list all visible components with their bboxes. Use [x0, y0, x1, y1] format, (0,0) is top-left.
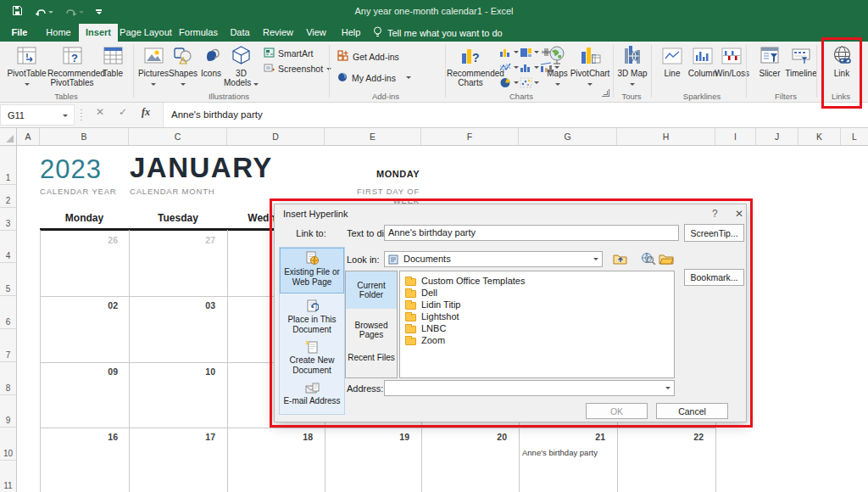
redo-icon[interactable]	[65, 8, 84, 17]
date-cell[interactable]: 09	[40, 366, 118, 377]
date-cell[interactable]: 18	[227, 432, 313, 442]
recommended-charts-button[interactable]: ? Recommended Charts	[447, 44, 494, 87]
histogram-chart-button[interactable]	[520, 62, 539, 73]
redo-dropdown-caret[interactable]	[79, 11, 84, 14]
row-header-1[interactable]: 1	[0, 146, 16, 185]
sparklines-group-label: Sparklines	[659, 92, 744, 101]
annotation-box-link-button	[821, 37, 862, 109]
column-header-j[interactable]: J	[756, 128, 798, 145]
tab-formulas[interactable]: Formulas	[175, 24, 221, 42]
tab-view[interactable]: View	[301, 24, 331, 42]
sparkline-winloss-icon	[715, 44, 748, 67]
ribbon-tab-bar: File Home Insert Page Layout Formulas Da…	[0, 24, 868, 42]
tab-review[interactable]: Review	[259, 24, 297, 42]
row-header-3[interactable]: 3	[0, 208, 16, 231]
column-header-d[interactable]: D	[227, 128, 325, 145]
row-header-5[interactable]: 5	[0, 263, 16, 296]
line-chart-button[interactable]	[499, 62, 519, 73]
save-icon[interactable]	[12, 4, 23, 20]
insert-function-icon[interactable]: fx	[137, 106, 154, 119]
undo-icon[interactable]	[35, 8, 53, 17]
row-header-2[interactable]: 2	[0, 185, 16, 208]
treemap-chart-icon	[520, 47, 532, 58]
date-cell[interactable]: 17	[129, 432, 215, 442]
my-addins-button[interactable]: My Add-ins	[337, 71, 411, 84]
undo-dropdown-caret[interactable]	[48, 11, 53, 14]
get-addins-button[interactable]: Get Add-ins	[337, 50, 399, 63]
pictures-label: Pictures	[138, 69, 169, 78]
treemap-chart-button[interactable]	[520, 47, 539, 58]
pie-chart-button[interactable]	[499, 77, 519, 88]
smartart-button[interactable]: SmartArt	[264, 48, 313, 59]
table-button[interactable]: Table	[95, 44, 131, 78]
row-header-4[interactable]: 4	[0, 231, 16, 263]
formula-input[interactable]: Anne's birthday party	[163, 103, 868, 127]
date-cell[interactable]: 26	[40, 235, 118, 245]
select-all-corner[interactable]	[0, 128, 17, 145]
row-header-11[interactable]: 11	[0, 461, 16, 492]
column-header-i[interactable]: I	[715, 128, 756, 145]
cancel-icon[interactable]: ✕	[92, 106, 108, 118]
formula-bar: G11 ✕ ✓ fx Anne's birthday party	[0, 103, 868, 128]
row-header-10[interactable]: 10	[0, 428, 16, 461]
column-header-f[interactable]: F	[421, 128, 519, 145]
tab-file[interactable]: File	[5, 24, 34, 42]
column-header-l[interactable]: L	[841, 128, 868, 145]
tab-data[interactable]: Data	[225, 24, 255, 42]
column-header-c[interactable]: C	[129, 128, 227, 145]
date-cell[interactable]: 27	[129, 235, 215, 245]
date-cell[interactable]: 03	[129, 300, 215, 310]
customize-qat-icon[interactable]	[96, 9, 102, 14]
recommended-pivottables-button[interactable]: ? Recommended PivotTables	[47, 44, 97, 87]
screenshot-button[interactable]: Screenshot	[264, 63, 331, 75]
timeline-button[interactable]: Timeline	[782, 44, 821, 78]
name-box[interactable]: G11	[0, 104, 75, 126]
3d-models-button[interactable]: 3D Models	[221, 44, 261, 87]
annotation-box-dialog	[270, 198, 753, 428]
name-box-caret-icon[interactable]	[63, 115, 68, 117]
column-header-b[interactable]: B	[40, 128, 129, 145]
day-header-tuesday: Tuesday	[129, 212, 227, 227]
3d-map-label: 3D Map	[617, 69, 647, 78]
calendar-event-cell[interactable]: Anne's birthday party	[522, 448, 615, 457]
tab-insert[interactable]: Insert	[79, 24, 118, 42]
date-cell[interactable]: 22	[617, 432, 704, 442]
date-cell[interactable]: 21	[519, 432, 605, 442]
date-cell[interactable]: 10	[129, 366, 215, 377]
title-bar: Any year one-month calendar1 - Excel	[0, 0, 868, 24]
row-header-8[interactable]: 8	[0, 362, 16, 395]
tell-me-label: Tell me what you want to do	[387, 28, 503, 38]
line-chart-icon	[499, 62, 512, 73]
date-cell[interactable]: 02	[40, 300, 118, 310]
column-header-g[interactable]: G	[519, 128, 617, 145]
column-header-e[interactable]: E	[325, 128, 421, 145]
column-header-h[interactable]: H	[617, 128, 715, 145]
window-title: Any year one-month calendar1 - Excel	[0, 6, 868, 16]
enter-icon[interactable]: ✓	[114, 106, 131, 118]
pivotchart-icon	[568, 44, 612, 67]
icons-label: Icons	[201, 69, 221, 78]
sparkline-winloss-button[interactable]: Win/Loss	[715, 44, 748, 78]
row-header-6[interactable]: 6	[0, 296, 16, 329]
date-cell[interactable]: 16	[40, 432, 118, 442]
tell-me-box[interactable]: Tell me what you want to do	[373, 24, 503, 42]
pivottable-button[interactable]: PivotTable	[7, 44, 47, 87]
scatter-chart-button[interactable]	[520, 77, 539, 88]
date-cell[interactable]: 19	[325, 432, 409, 442]
tab-help[interactable]: Help	[336, 24, 366, 42]
histogram-chart-icon	[520, 62, 532, 73]
row-header-9[interactable]: 9	[0, 395, 16, 428]
calendar-year-label: CALENDAR YEAR	[40, 187, 116, 196]
pivotchart-button[interactable]: PivotChart	[568, 44, 612, 87]
column-header-a[interactable]: A	[17, 128, 40, 145]
3d-map-button[interactable]: 3D Map	[615, 44, 650, 87]
column-header-k[interactable]: K	[798, 128, 841, 145]
row-header-7[interactable]: 7	[0, 329, 16, 362]
date-cell[interactable]: 20	[421, 432, 507, 442]
row-headers: 1 2 3 4 5 6 7 8 9 10 11	[0, 146, 17, 492]
get-addins-label: Get Add-ins	[353, 52, 399, 62]
day-header-monday: Monday	[40, 212, 129, 227]
tab-home[interactable]: Home	[41, 24, 76, 42]
column-chart-button[interactable]	[499, 47, 519, 58]
tab-page-layout[interactable]: Page Layout	[120, 24, 172, 42]
